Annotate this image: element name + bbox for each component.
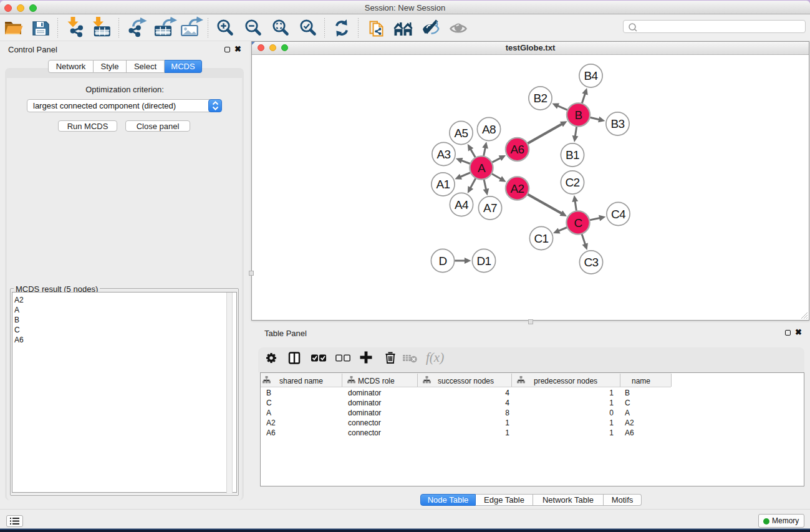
svg-text:A8: A8 (482, 123, 496, 136)
svg-text:A4: A4 (455, 198, 469, 211)
svg-text:B3: B3 (611, 117, 625, 130)
svg-text:C: C (574, 216, 582, 230)
svg-text:A1: A1 (436, 178, 450, 191)
svg-text:D: D (438, 254, 446, 268)
svg-text:B: B (575, 109, 582, 122)
svg-text:C3: C3 (584, 256, 599, 269)
svg-text:C2: C2 (566, 176, 580, 189)
svg-text:A6: A6 (511, 143, 524, 156)
svg-text:C1: C1 (534, 232, 549, 245)
svg-text:D1: D1 (477, 254, 491, 268)
svg-text:B4: B4 (584, 69, 599, 82)
svg-text:C4: C4 (611, 208, 626, 221)
svg-text:A3: A3 (437, 148, 451, 161)
svg-text:A: A (478, 162, 486, 175)
svg-text:A7: A7 (483, 201, 497, 215)
svg-text:A2: A2 (511, 182, 524, 195)
svg-text:B1: B1 (566, 148, 579, 162)
svg-text:A5: A5 (455, 127, 468, 140)
svg-text:B2: B2 (534, 92, 547, 105)
